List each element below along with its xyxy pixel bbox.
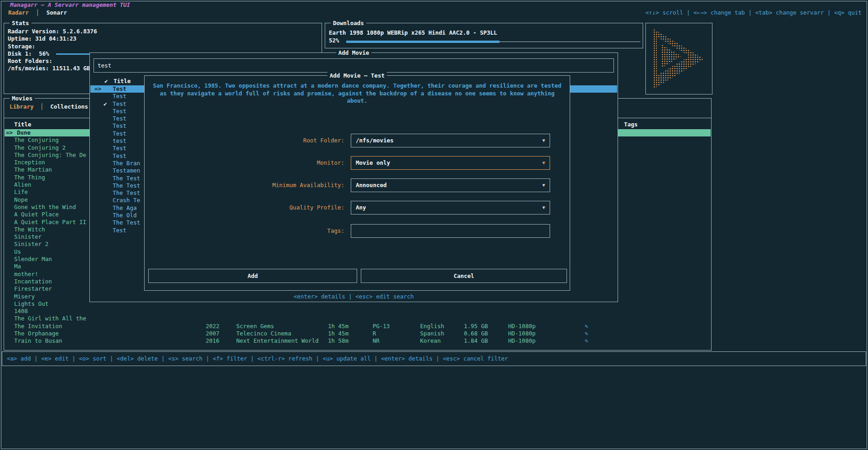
edit-pencil-icon[interactable]: ✎ xyxy=(585,330,588,337)
results-column-header-title: Title xyxy=(114,78,131,84)
quality-profile-field: Quality Profile: Any ▼ xyxy=(145,201,570,215)
chevron-down-icon: ▼ xyxy=(542,179,545,192)
movie-size: 1.84 GB xyxy=(464,337,488,345)
monitor-field: Monitor: Movie only ▼ xyxy=(145,156,570,170)
modal-title: Add Movie — Test xyxy=(327,72,387,79)
add-button[interactable]: Add xyxy=(148,269,357,283)
tab-sonarr[interactable]: Sonarr xyxy=(47,9,67,16)
movie-studio: Telecinco Cinema xyxy=(236,330,291,337)
movie-title: The Girl with All the xyxy=(14,315,86,322)
download-progress-line: 52% xyxy=(329,37,639,44)
movie-title: Train to Busan xyxy=(14,337,62,345)
add-result-title: The Bran xyxy=(113,160,140,167)
movies-tabbar: Library │ Collections │ xyxy=(10,103,101,110)
minimum-availability-dropdown[interactable]: Announced ▼ xyxy=(351,178,550,192)
movie-title: The Conjuring: The De xyxy=(14,152,86,159)
movie-title: Nope xyxy=(14,196,28,204)
movie-title: Firestarter xyxy=(14,285,52,293)
movie-title: Lights Out xyxy=(14,300,48,308)
cancel-button[interactable]: Cancel xyxy=(361,269,567,283)
movie-title: A Quiet Place Part II xyxy=(14,219,86,226)
movie-rating: NR xyxy=(373,337,379,345)
movie-studio: Screen Gems xyxy=(236,323,274,330)
movie-studio: Next Entertainment World xyxy=(236,337,319,345)
movie-row[interactable]: 1408 xyxy=(5,308,711,315)
movie-title: Slender Man xyxy=(14,256,52,263)
download-item: Earth 1998 1080p WEBRip x265 Hindi AAC2.… xyxy=(329,29,639,37)
add-result-title: The Test xyxy=(113,219,140,226)
chevron-down-icon: ▼ xyxy=(542,134,545,147)
movie-title: Life xyxy=(14,188,28,196)
add-result-title: The Old xyxy=(113,212,137,219)
add-result-title: The Test xyxy=(113,189,140,197)
movie-language: Korean xyxy=(420,337,441,345)
add-result-title: The Test xyxy=(113,182,140,189)
stats-panel-title: Stats xyxy=(10,20,31,26)
movie-row[interactable]: The Orphanage2007Telecinco Cinema1h 45mR… xyxy=(5,330,711,337)
movie-title: Gone with the Wind xyxy=(14,204,76,211)
movie-title: Incantation xyxy=(14,278,52,285)
movie-title: The Orphanage xyxy=(14,330,59,337)
add-result-title: Test xyxy=(113,115,126,122)
add-result-title: Crash Te xyxy=(113,197,140,204)
logo-panel xyxy=(645,23,712,94)
monitor-dropdown[interactable]: Movie only ▼ xyxy=(351,156,550,170)
footer-keybindings-bar: <a> add | <e> edit | <o> sort | <del> de… xyxy=(2,351,866,366)
movie-search-input[interactable]: test xyxy=(94,58,614,73)
downloads-body: Earth 1998 1080p WEBRip x265 Hindi AAC2.… xyxy=(329,29,639,44)
tab-radarr[interactable]: Radarr xyxy=(8,9,29,16)
root-folder-dropdown[interactable]: /nfs/movies ▼ xyxy=(351,134,550,147)
search-input-value: test xyxy=(98,62,111,69)
add-result-title: Test xyxy=(113,108,126,115)
monitor-value: Movie only xyxy=(356,157,390,169)
movie-runtime: 1h 45m xyxy=(328,323,348,330)
movie-title: Sinister xyxy=(14,233,42,241)
quality-profile-label: Quality Profile: xyxy=(145,201,345,215)
tags-label: Tags: xyxy=(145,224,345,238)
add-movie-modal: Add Movie — Test San Francisco, 1985. Tw… xyxy=(144,75,570,291)
tab-collections[interactable]: Collections xyxy=(50,103,88,110)
edit-pencil-icon[interactable]: ✎ xyxy=(585,337,588,345)
disk-percent: 56% xyxy=(39,50,49,57)
movie-title: The Invitation xyxy=(14,323,62,330)
movie-title: The Martian xyxy=(14,166,52,173)
tags-field: Tags: xyxy=(145,224,570,238)
movie-title: The Conjuring xyxy=(14,136,59,144)
minimum-availability-field: Minimum Availability: Announced ▼ xyxy=(145,178,570,192)
movies-panel-title: Movies xyxy=(10,95,35,102)
uptime: Uptime: 31d 04:31:23 xyxy=(4,35,322,42)
movie-title: Sinister 2 xyxy=(14,241,48,248)
edit-pencil-icon[interactable]: ✎ xyxy=(585,323,588,330)
add-result-title: Test xyxy=(113,122,126,130)
servarr-tabbar: Radarr │ Sonarr xyxy=(8,9,67,16)
movie-runtime: 1h 58m xyxy=(328,337,348,345)
download-progress-bar xyxy=(346,38,640,44)
selection-arrow: => xyxy=(6,129,13,136)
movie-row[interactable]: Train to Busan2016Next Entertainment Wor… xyxy=(5,337,711,345)
movie-title: Ma xyxy=(14,263,21,270)
movie-year: 2016 xyxy=(206,337,219,345)
column-header-title: Title xyxy=(14,121,31,128)
tags-input[interactable] xyxy=(351,224,550,238)
quality-profile-value: Any xyxy=(356,201,366,214)
quality-profile-dropdown[interactable]: Any ▼ xyxy=(351,201,550,215)
movie-row[interactable]: The Girl with All the xyxy=(5,315,711,322)
downloads-panel-title: Downloads xyxy=(331,20,366,26)
root-folder-field: Root Folder: /nfs/movies ▼ xyxy=(145,134,570,147)
radarr-version: Radarr Version: 5.2.6.8376 xyxy=(4,28,322,35)
movie-quality: HD-1080p xyxy=(508,323,535,330)
movie-description: San Francisco, 1985. Two opposites attra… xyxy=(150,82,565,105)
movie-row[interactable]: The Invitation2022Screen Gems1h 45mPG-13… xyxy=(5,323,711,330)
tab-divider: │ xyxy=(40,103,44,110)
monitor-label: Monitor: xyxy=(145,156,345,170)
tab-divider: │ xyxy=(36,9,40,16)
movie-title: 1408 xyxy=(14,308,28,315)
add-result-title: Testamen xyxy=(113,167,140,174)
movie-year: 2022 xyxy=(206,323,219,330)
movie-title: Dune xyxy=(17,129,31,136)
storage-label: Storage: xyxy=(4,43,322,50)
movie-rating: PG-13 xyxy=(373,323,390,330)
movie-title: Misery xyxy=(14,293,35,300)
tab-library[interactable]: Library xyxy=(10,103,34,110)
movie-title: The Witch xyxy=(14,226,45,233)
